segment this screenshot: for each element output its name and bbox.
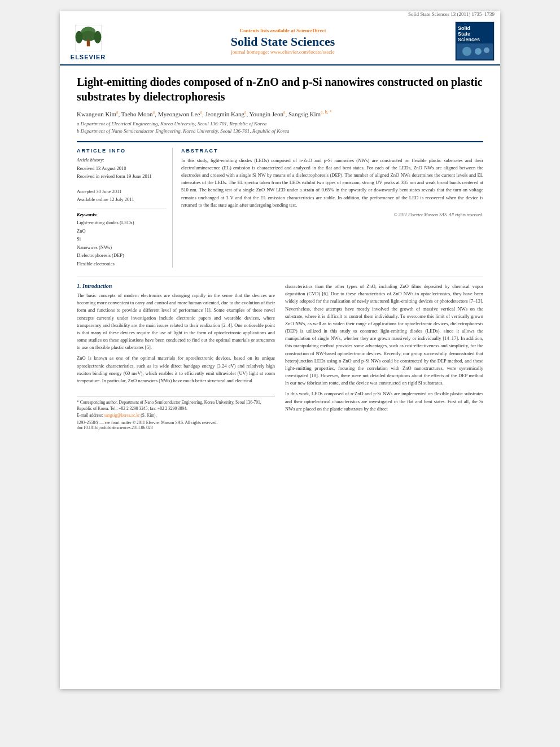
keyword-4: Nanowires (NWs) [77,244,112,250]
right-para-2: In this work, LEDs composed of n-ZnO and… [285,390,483,413]
right-body: characteristics than the other types of … [285,283,483,413]
email-link: sangsig@korea.ac.kr [104,413,140,418]
svg-point-12 [475,48,482,55]
sciencedirect-link-text: ScienceDirect [296,28,326,33]
affiliations: a Department of Electrical Engineering, … [77,120,483,136]
elsevier-label: ELSEVIER [71,54,106,60]
footnotes: * Corresponding author. Department of Na… [77,396,275,430]
header-center: Contents lists available at ScienceDirec… [111,28,455,55]
journal-title: Solid State Sciences [111,34,455,49]
svg-rect-3 [86,40,90,46]
affiliation-a: a Department of Electrical Engineering, … [77,121,266,126]
main-left: 1. Introduction The basic concepts of mo… [77,283,275,430]
svg-point-4 [75,30,82,43]
page: Solid State Sciences 13 (2011) 1735–1739… [60,11,500,689]
two-col-section: ARTICLE INFO Article history: Received 1… [77,141,483,268]
abstract-text: In this study, light-emitting diodes (LE… [181,157,483,209]
journal-homepage: journal homepage: www.elsevier.com/locat… [111,49,455,55]
svg-text:Solid: Solid [458,25,470,31]
sciencedirect-line: Contents lists available at ScienceDirec… [111,28,455,33]
main-right: characteristics than the other types of … [285,283,483,430]
issn-text: 1293-2558/$ — see front matter © 2011 El… [77,420,217,425]
keywords-section: Keywords: Light-emitting diodes (LEDs) Z… [77,212,167,268]
elsevier-tree-icon [73,23,104,54]
article-title: Light-emitting diodes composed of n-ZnO … [77,75,483,104]
ss-logo: Solid State Sciences [455,21,495,61]
received-revised-date: Received in revised form 19 June 2011 [77,173,152,179]
article-info-col: ARTICLE INFO Article history: Received 1… [77,148,173,268]
journal-header: ELSEVIER Contents lists available at Sci… [60,18,500,65]
svg-text:State: State [458,31,470,37]
available-date: Available online 12 July 2011 [77,196,134,202]
received-date: Received 13 August 2010 [77,165,126,171]
abstract-col: ABSTRACT In this study, light-emitting d… [181,148,483,268]
intro-title: 1. Introduction [77,283,275,289]
authors: Kwangeun Kima, Taeho Moona, Myeongwon Le… [77,110,483,117]
keywords-label: Keywords: [77,212,167,217]
svg-point-13 [484,47,489,53]
keywords-list: Light-emitting diodes (LEDs) ZnO Si Nano… [77,219,167,268]
keyword-3: Si [77,236,81,242]
footnote-star: * Corresponding author. Department of Na… [77,400,261,411]
issn-line: 1293-2558/$ — see front matter © 2011 El… [77,420,275,430]
homepage-url: www.elsevier.com/locate/ssscie [270,49,335,55]
keyword-6: Flexible electronics [77,261,115,267]
svg-text:Sciences: Sciences [458,37,480,42]
abstract-header: ABSTRACT [181,148,483,154]
email-label: E-mail address: [77,413,103,418]
accepted-date: Accepted 30 June 2011 [77,189,121,194]
keyword-5: Dielectrophoresis (DEP) [77,252,124,258]
doi-text: doi:10.1016/j.solidstatesciences.2011.06… [77,425,153,430]
ss-logo-icon: Solid State Sciences [456,22,494,60]
keyword-1: Light-emitting diodes (LEDs) [77,220,134,225]
svg-point-11 [462,47,471,56]
svg-point-5 [94,30,101,43]
email-suffix: (S. Kim). [141,413,156,418]
elsevier-logo: ELSEVIER [65,23,111,60]
article-body: Light-emitting diodes composed of n-ZnO … [60,65,500,442]
journal-ref-text: Solid State Sciences 13 (2011) 1735–1739 [408,11,495,17]
article-info-header: ARTICLE INFO [77,148,167,154]
article-history: Article history: Received 13 August 2010… [77,157,167,204]
intro-para-2: ZnO is known as one of the optimal mater… [77,355,275,385]
keyword-2: ZnO [77,228,86,234]
right-para-1: characteristics than the other types of … [285,283,483,387]
main-content: 1. Introduction The basic concepts of mo… [77,277,483,430]
intro-para-1: The basic concepts of modern electronics… [77,292,275,351]
divider [77,208,167,208]
intro-body: The basic concepts of modern electronics… [77,292,275,385]
footnote-text: * Corresponding author. Department of Na… [77,399,275,418]
journal-ref: Solid State Sciences 13 (2011) 1735–1739 [60,11,500,17]
history-label: Article history: [77,157,167,164]
copyright: © 2011 Elsevier Masson SAS. All rights r… [181,212,483,217]
affiliation-b: b Department of Nano Semiconductor Engin… [77,128,290,134]
